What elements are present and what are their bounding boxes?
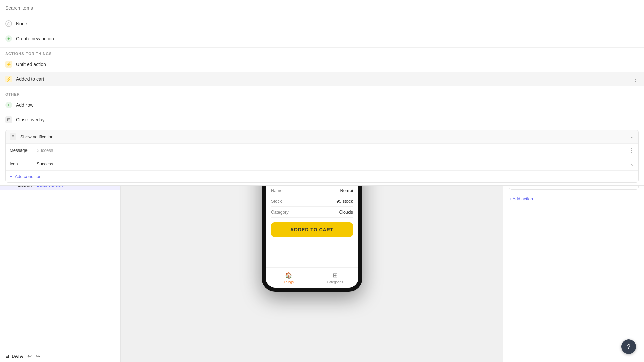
field-value-name: Rombi <box>340 188 353 193</box>
categories-nav-icon: ⊞ <box>333 272 338 279</box>
divider-1 <box>503 47 644 48</box>
icon-select-chevron-icon: ⌄ <box>630 161 634 167</box>
categories-nav-label: Categories <box>327 280 343 284</box>
dropdown-item-create-new[interactable]: + Create new action... <box>503 45 644 46</box>
things-nav-label: Things <box>284 280 294 284</box>
app-container: ⊞ Store App Sarah's team · Upgrade NAVIG… <box>0 30 644 362</box>
actions-for-things-label: ACTIONS FOR THINGS <box>503 49 644 57</box>
dropdown-item-added-to-cart[interactable]: ⚡ Added to cart ⋮ <box>503 72 644 86</box>
message-input-row: Success ⋮ <box>503 147 634 154</box>
dropdown-item-close-overlay[interactable]: ⊟ Close overlay <box>503 112 644 127</box>
field-value-stock: 95 stock <box>337 199 353 204</box>
phone-nav-categories[interactable]: ⊞ Categories <box>312 268 358 288</box>
action-dropdown: ⊘ None + Create new action... ACTIONS FO… <box>503 45 644 186</box>
things-nav-icon: 🏠 <box>285 272 292 279</box>
field-label-name: Name <box>271 188 283 193</box>
field-row-stock: Stock 95 stock <box>271 196 353 207</box>
actions-content: Untitled action Added to cart ⊘ None + C… <box>503 45 644 362</box>
phone-bottom-nav: 🏠 Things ⊞ Categories <box>266 267 358 288</box>
data-section[interactable]: ⊟ DATA <box>5 354 23 359</box>
add-condition-row[interactable]: + Add condition <box>503 170 638 182</box>
add-to-cart-button[interactable]: added to cart <box>271 222 353 237</box>
notification-header[interactable]: ⊟ Show notification ⌄ <box>503 130 638 143</box>
notification-expand-icon[interactable]: ⌄ <box>630 134 634 139</box>
show-notification-expanded: ⊟ Show notification ⌄ Message Success ⋮ <box>503 130 639 183</box>
help-button[interactable]: ? <box>621 339 636 354</box>
field-value-category: Clouds <box>339 209 353 215</box>
add-action-row[interactable]: + Add action <box>503 192 644 205</box>
divider-2 <box>503 88 644 88</box>
icon-select[interactable]: Success ⌄ <box>503 161 634 167</box>
add-action-label: + Add action <box>509 196 533 201</box>
field-row-name: Name Rombi <box>271 185 353 196</box>
dropdown-item-add-row[interactable]: + Add row <box>503 98 644 112</box>
more-options-icon[interactable]: ⋮ <box>633 75 639 83</box>
undo-icon[interactable]: ↩ <box>27 353 32 359</box>
product-fields: Name Rombi Stock 95 stock Category Cloud… <box>271 185 353 218</box>
field-row-category: Category Clouds <box>271 207 353 218</box>
notification-message-field: Message Success ⋮ <box>503 143 638 157</box>
right-panel: Actions › Untitled action Added to cart … <box>503 30 644 362</box>
notification-title-row: Show notification <box>503 134 630 139</box>
dropdown-item-untitled[interactable]: ⚡ Untitled action <box>503 57 644 72</box>
data-grid-icon: ⊟ <box>5 354 9 359</box>
phone-nav-things[interactable]: 🏠 Things <box>266 268 312 288</box>
sidebar-bottom: ⊟ DATA ↩ ↪ <box>0 350 120 362</box>
notification-icon-field: Icon Success ⌄ <box>503 157 638 170</box>
redo-icon[interactable]: ↪ <box>36 353 40 359</box>
field-label-category: Category <box>271 209 289 215</box>
field-label-stock: Stock <box>271 199 282 204</box>
other-label: OTHER <box>503 89 644 98</box>
message-more-icon[interactable]: ⋮ <box>629 147 634 154</box>
data-label: DATA <box>12 354 23 359</box>
